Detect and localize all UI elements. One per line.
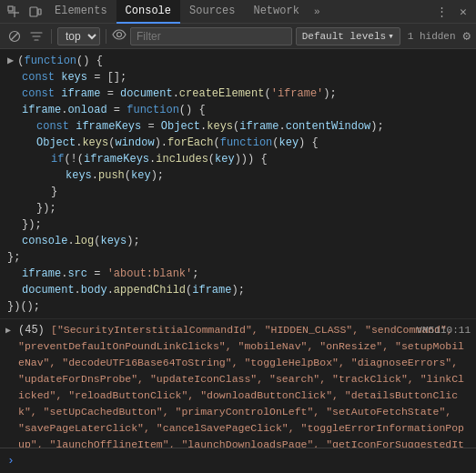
console-output: ▶ (function() { const keys = []; const i… bbox=[0, 49, 476, 448]
context-select[interactable]: top bbox=[57, 27, 100, 45]
tab-elements[interactable]: Elements bbox=[46, 0, 116, 24]
filter-icon bbox=[27, 27, 46, 45]
svg-line-6 bbox=[11, 33, 18, 40]
code-line-1: ▶ (function() { bbox=[7, 53, 469, 69]
console-input-bar: › bbox=[0, 448, 476, 473]
tab-console[interactable]: Console bbox=[116, 0, 180, 24]
tab-bar-right: ⋮ ✕ bbox=[432, 3, 472, 21]
hidden-count: 1 hidden bbox=[404, 31, 460, 42]
svg-point-7 bbox=[117, 32, 122, 36]
log-output: VM5110:11 ▶ (45) ["SecurityInterstitialC… bbox=[0, 319, 476, 448]
location-badge[interactable]: VM5110:11 bbox=[417, 323, 471, 338]
code-block: ▶ (function() { const keys = []; const i… bbox=[0, 49, 476, 319]
toolbar-divider-2 bbox=[106, 29, 106, 44]
input-prompt: › bbox=[7, 454, 15, 468]
svg-rect-3 bbox=[30, 7, 37, 16]
tab-network[interactable]: Network bbox=[244, 0, 308, 24]
tab-bar: Elements Console Sources Network » ⋮ ✕ bbox=[0, 0, 476, 24]
console-toolbar: top Default levels ▾ 1 hidden ⚙ bbox=[0, 24, 476, 49]
eye-icon[interactable] bbox=[112, 29, 127, 44]
log-expand-tri[interactable]: ▶ bbox=[5, 324, 11, 337]
toolbar-divider-1 bbox=[51, 29, 52, 44]
inspect-icon-btn[interactable] bbox=[4, 2, 24, 22]
filter-input[interactable] bbox=[130, 27, 292, 45]
close-devtools-btn[interactable]: ✕ bbox=[454, 3, 472, 21]
device-icon-btn[interactable] bbox=[25, 2, 46, 22]
log-array-content: ["SecurityInterstitialCommandId", "HIDDE… bbox=[18, 324, 464, 448]
more-options-btn[interactable]: ⋮ bbox=[432, 3, 451, 21]
log-count: (45) bbox=[18, 324, 45, 337]
svg-rect-0 bbox=[8, 6, 13, 11]
svg-rect-4 bbox=[38, 9, 41, 15]
tab-bar-left bbox=[4, 2, 46, 22]
console-input-field[interactable] bbox=[20, 455, 469, 468]
levels-dropdown-btn[interactable]: Default levels ▾ bbox=[296, 27, 400, 45]
tab-sources[interactable]: Sources bbox=[180, 0, 244, 24]
more-tabs-btn[interactable]: » bbox=[309, 0, 326, 24]
clear-console-btn[interactable] bbox=[5, 27, 24, 45]
settings-gear-icon[interactable]: ⚙ bbox=[463, 28, 471, 44]
expand-arrow[interactable]: ▶ bbox=[7, 53, 14, 69]
